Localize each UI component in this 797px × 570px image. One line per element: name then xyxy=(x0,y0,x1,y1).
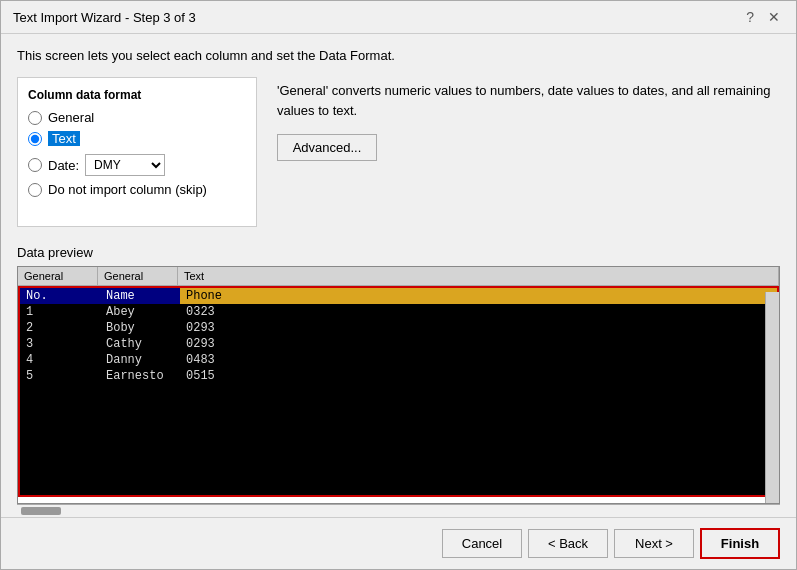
table-row: 2 Boby 0293 xyxy=(20,320,777,336)
cell-1-1: 1 xyxy=(20,304,100,320)
vertical-scrollbar[interactable] xyxy=(765,292,779,504)
radio-general-label: General xyxy=(48,110,94,125)
data-preview-section: Data preview General General Text No. Na… xyxy=(17,245,780,517)
cell-3-2: Cathy xyxy=(100,336,180,352)
table-row: 5 Earnesto 0515 xyxy=(20,368,777,384)
radio-date-input[interactable] xyxy=(28,158,42,172)
cell-5-2: Earnesto xyxy=(100,368,180,384)
cell-2-3: 0293 xyxy=(180,320,777,336)
preview-table: General General Text No. Name Phone 1 Ab… xyxy=(17,266,780,504)
cell-2-2: Boby xyxy=(100,320,180,336)
radio-skip-input[interactable] xyxy=(28,183,42,197)
dialog-window: Text Import Wizard - Step 3 of 3 ? ✕ Thi… xyxy=(0,0,797,570)
next-button[interactable]: Next > xyxy=(614,529,694,558)
cell-header-name: Name xyxy=(100,288,180,304)
radio-text[interactable]: Text xyxy=(28,131,246,146)
cancel-button[interactable]: Cancel xyxy=(442,529,522,558)
bottom-bar: Cancel < Back Next > Finish xyxy=(1,517,796,569)
help-button[interactable]: ? xyxy=(742,9,758,25)
column-format-title: Column data format xyxy=(28,88,246,102)
cell-3-3: 0293 xyxy=(180,336,777,352)
radio-general-input[interactable] xyxy=(28,111,42,125)
dialog-title: Text Import Wizard - Step 3 of 3 xyxy=(13,10,196,25)
advanced-button[interactable]: Advanced... xyxy=(277,134,377,161)
cell-4-1: 4 xyxy=(20,352,100,368)
data-preview-label: Data preview xyxy=(17,245,780,260)
cell-4-2: Danny xyxy=(100,352,180,368)
col-header-2: General xyxy=(98,267,178,285)
cell-5-3: 0515 xyxy=(180,368,777,384)
radio-skip-label: Do not import column (skip) xyxy=(48,182,207,197)
table-row: 4 Danny 0483 xyxy=(20,352,777,368)
table-row: 1 Abey 0323 xyxy=(20,304,777,320)
horizontal-scrollbar[interactable] xyxy=(17,504,780,517)
preview-data-area: No. Name Phone 1 Abey 0323 2 Boby 0293 xyxy=(18,286,779,497)
cell-4-3: 0483 xyxy=(180,352,777,368)
title-bar-buttons: ? ✕ xyxy=(742,9,784,25)
h-scroll-thumb[interactable] xyxy=(21,507,61,515)
cell-5-1: 5 xyxy=(20,368,100,384)
cell-2-1: 2 xyxy=(20,320,100,336)
dialog-body: This screen lets you select each column … xyxy=(1,34,796,517)
cell-1-3: 0323 xyxy=(180,304,777,320)
back-button[interactable]: < Back xyxy=(528,529,608,558)
column-format-panel: Column data format General Text xyxy=(17,77,257,227)
top-section: Column data format General Text xyxy=(17,77,780,227)
description-text: This screen lets you select each column … xyxy=(17,48,780,63)
table-row: 3 Cathy 0293 xyxy=(20,336,777,352)
info-panel: 'General' converts numeric values to num… xyxy=(277,77,780,227)
format-radio-group: General Text Date: DMY xyxy=(28,110,246,197)
cell-header-phone: Phone xyxy=(180,288,777,304)
radio-text-label: Text xyxy=(48,131,80,146)
title-bar: Text Import Wizard - Step 3 of 3 ? ✕ xyxy=(1,1,796,34)
cell-3-1: 3 xyxy=(20,336,100,352)
radio-general[interactable]: General xyxy=(28,110,246,125)
cell-1-2: Abey xyxy=(100,304,180,320)
close-button[interactable]: ✕ xyxy=(764,9,784,25)
radio-text-input[interactable] xyxy=(28,132,42,146)
col-header-3: Text xyxy=(178,267,779,285)
info-text: 'General' converts numeric values to num… xyxy=(277,81,780,120)
radio-date[interactable]: Date: xyxy=(28,158,79,173)
radio-skip[interactable]: Do not import column (skip) xyxy=(28,182,246,197)
date-format-select[interactable]: DMY xyxy=(85,154,165,176)
date-row: Date: DMY xyxy=(28,154,246,176)
radio-date-label: Date: xyxy=(48,158,79,173)
preview-header-row: General General Text xyxy=(18,267,779,286)
table-row: No. Name Phone xyxy=(20,288,777,304)
col-header-1: General xyxy=(18,267,98,285)
finish-button[interactable]: Finish xyxy=(700,528,780,559)
cell-header-no: No. xyxy=(20,288,100,304)
